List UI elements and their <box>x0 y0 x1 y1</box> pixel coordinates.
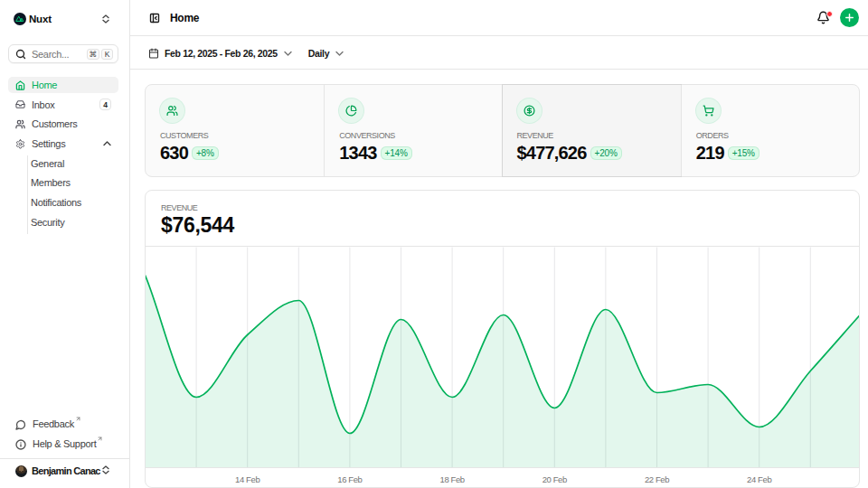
svg-text:24 Feb: 24 Feb <box>747 474 771 484</box>
svg-text:16 Feb: 16 Feb <box>337 474 362 484</box>
svg-text:18 Feb: 18 Feb <box>440 474 465 484</box>
svg-text:14 Feb: 14 Feb <box>235 474 259 484</box>
svg-text:20 Feb: 20 Feb <box>542 474 567 484</box>
svg-text:22 Feb: 22 Feb <box>645 474 669 484</box>
